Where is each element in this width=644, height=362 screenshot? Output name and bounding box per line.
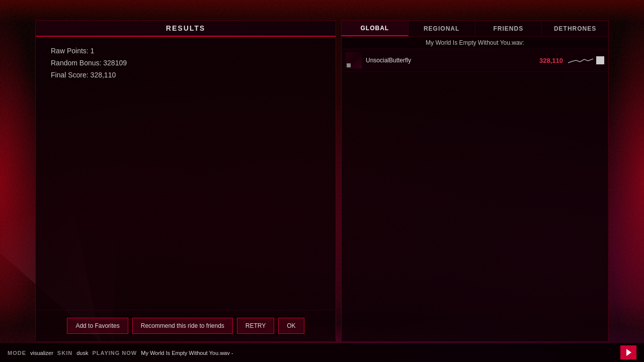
tab-regional[interactable]: REGIONAL (409, 21, 475, 36)
playing-now-value: My World Is Empty Without You.wav - (141, 350, 233, 356)
retry-button[interactable]: RETRY (237, 318, 274, 334)
country-flag (596, 56, 604, 64)
leaderboard-score: 328,110 (539, 57, 563, 64)
final-score-label: Final Score: (51, 71, 89, 79)
tab-dethrones[interactable]: DETHRONES (542, 21, 608, 36)
tab-global[interactable]: GLOBAL (342, 21, 409, 36)
playing-now-label: PLAYING NOW (92, 350, 137, 356)
leaderboard-username: UnsocialButterfly (366, 57, 539, 64)
leaderboard-panel: GLOBAL REGIONAL FRIENDS DETHRONES My Wor… (341, 20, 609, 342)
score-sparkline (568, 55, 593, 65)
mode-label: MODE (8, 350, 26, 356)
random-bonus-value: 328109 (103, 59, 127, 67)
play-icon (626, 349, 631, 356)
add-to-favorites-button[interactable]: Add to Favorites (67, 318, 128, 334)
results-title: RESULTS (166, 24, 205, 32)
play-button[interactable] (620, 345, 636, 359)
ok-button[interactable]: OK (278, 318, 304, 334)
skin-value: dusk (76, 350, 88, 356)
avatar-dot (347, 63, 351, 67)
tabs-row: GLOBAL REGIONAL FRIENDS DETHRONES (342, 21, 608, 37)
mode-value: visualizer (30, 350, 53, 356)
leaderboard-subtitle: My World Is Empty Without You.wav: (342, 37, 608, 49)
final-score-value: 328,110 (91, 71, 116, 79)
skin-label: SKIN (57, 350, 72, 356)
raw-points-value: 1 (91, 47, 95, 55)
leaderboard-entry: UnsocialButterfly 328,110 (342, 49, 608, 72)
background-top (0, 0, 644, 23)
results-panel: RESULTS Raw Points: 1 Random Bonus: 3281… (35, 20, 336, 342)
raw-points-line: Raw Points: 1 (51, 47, 320, 55)
main-content: RESULTS Raw Points: 1 Random Bonus: 3281… (35, 20, 609, 342)
tab-friends[interactable]: FRIENDS (475, 21, 542, 36)
random-bonus-line: Random Bonus: 328109 (51, 59, 320, 67)
final-score-line: Final Score: 328,110 (51, 71, 320, 79)
results-footer: Add to Favorites Recommend this ride to … (36, 310, 336, 341)
status-bar: MODE visualizer SKIN dusk PLAYING NOW My… (0, 343, 644, 362)
random-bonus-label: Random Bonus: (51, 59, 101, 67)
avatar (346, 52, 362, 68)
raw-points-label: Raw Points: (51, 47, 89, 55)
results-body: Raw Points: 1 Random Bonus: 328109 Final… (36, 37, 336, 310)
results-header: RESULTS (36, 21, 336, 37)
recommend-button[interactable]: Recommend this ride to friends (132, 318, 233, 334)
